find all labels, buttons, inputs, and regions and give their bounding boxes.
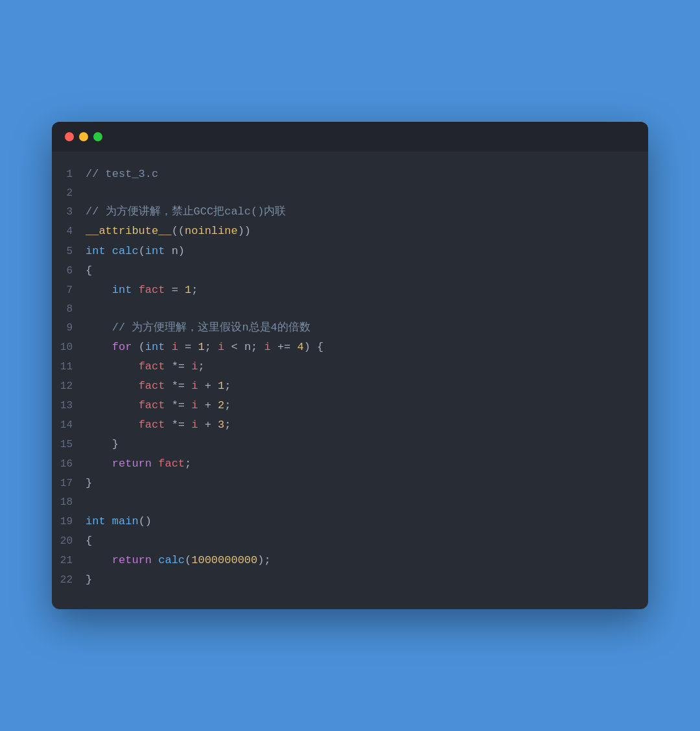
line-content: // test_3.c [86,165,158,183]
line-content: // 为方便讲解，禁止GCC把calc()内联 [86,203,286,221]
code-line-10: 10 for (int i = 1; i < n; i += 4) { [52,338,648,357]
line-number: 16 [52,456,86,472]
line-number: 4 [52,223,86,240]
code-editor: 1 // test_3.c 2 3 // 为方便讲解，禁止GCC把calc()内… [52,152,648,609]
line-number: 5 [52,243,86,260]
code-line-20: 20 { [52,531,648,551]
code-line-15: 15 } [52,435,648,454]
line-number: 22 [52,572,86,588]
titlebar [52,122,648,152]
line-number: 21 [52,552,86,569]
line-number: 10 [52,339,86,356]
line-content: { [86,532,92,550]
line-content: __attribute__((noinline)) [86,222,251,240]
code-line-5: 5 int calc(int n) [52,242,648,261]
line-content: for (int i = 1; i < n; i += 4) { [86,338,323,356]
line-number: 13 [52,397,86,414]
line-number: 7 [52,282,86,299]
code-line-16: 16 return fact; [52,454,648,474]
line-content: // 为方便理解，这里假设n总是4的倍数 [86,319,310,337]
code-line-18: 18 [52,493,648,511]
code-line-2: 2 [52,184,648,202]
code-line-12: 12 fact *= i + 1; [52,377,648,396]
line-number: 15 [52,436,86,453]
minimize-button[interactable] [79,132,88,141]
line-number: 11 [52,358,86,375]
code-line-7: 7 int fact = 1; [52,281,648,300]
code-line-21: 21 return calc(1000000000); [52,551,648,570]
line-content: } [86,571,92,589]
line-content: fact *= i + 3; [86,416,231,434]
code-line-8: 8 [52,300,648,318]
close-button[interactable] [65,132,74,141]
code-window: 1 // test_3.c 2 3 // 为方便讲解，禁止GCC把calc()内… [52,122,648,609]
code-line-13: 13 fact *= i + 2; [52,396,648,415]
code-line-17: 17 } [52,474,648,493]
code-line-9: 9 // 为方便理解，这里假设n总是4的倍数 [52,318,648,338]
line-number: 19 [52,513,86,530]
line-content: int fact = 1; [86,281,198,299]
line-content: return calc(1000000000); [86,551,271,570]
line-content: } [86,435,119,454]
line-content: int main() [86,513,152,531]
line-content: fact *= i + 1; [86,377,231,395]
maximize-button[interactable] [93,132,102,141]
code-line-6: 6 { [52,261,648,281]
line-number: 9 [52,319,86,336]
line-number: 14 [52,417,86,434]
line-number: 3 [52,203,86,220]
line-content: int calc(int n) [86,242,185,261]
line-number: 12 [52,378,86,395]
line-number: 8 [52,301,86,318]
line-content: return fact; [86,455,191,473]
code-line-3: 3 // 为方便讲解，禁止GCC把calc()内联 [52,202,648,222]
line-content: fact *= i + 2; [86,397,231,415]
line-number: 6 [52,262,86,279]
line-content: } [86,474,92,493]
code-line-4: 4 __attribute__((noinline)) [52,222,648,241]
line-number: 17 [52,475,86,492]
code-line-1: 1 // test_3.c [52,165,648,184]
code-line-11: 11 fact *= i; [52,357,648,377]
code-line-19: 19 int main() [52,512,648,531]
line-number: 18 [52,494,86,511]
line-content: { [86,262,92,280]
line-content: fact *= i; [86,358,205,376]
code-line-22: 22 } [52,570,648,590]
code-line-14: 14 fact *= i + 3; [52,415,648,435]
line-number: 20 [52,533,86,550]
line-number: 2 [52,185,86,202]
line-number: 1 [52,166,86,183]
